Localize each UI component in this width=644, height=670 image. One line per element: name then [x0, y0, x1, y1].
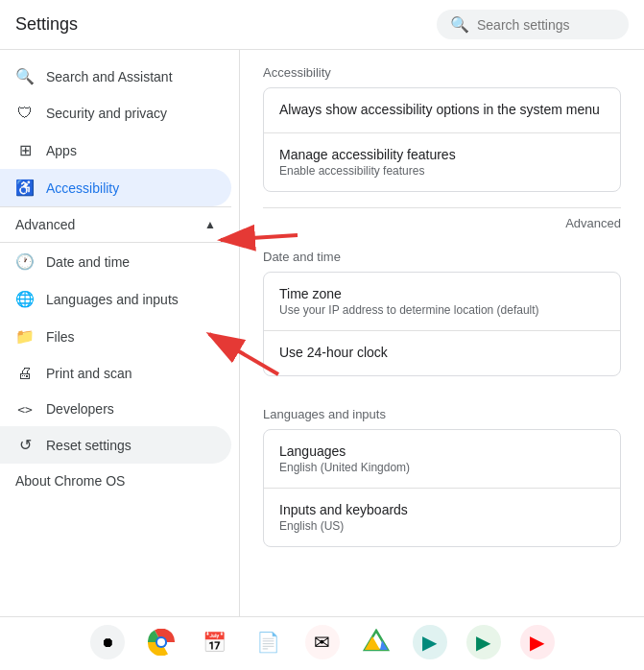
languages-title: Languages: [279, 443, 605, 459]
languages-row[interactable]: Languages English (United Kingdom): [264, 430, 620, 489]
24hr-clock-title: Use 24-hour clock: [279, 345, 605, 360]
advanced-label: Advanced: [15, 217, 75, 232]
sidebar-item-security-privacy[interactable]: 🛡 Security and privacy: [0, 95, 231, 132]
time-zone-sub: Use your IP address to determine locatio…: [279, 303, 605, 317]
inputs-keyboards-row[interactable]: Inputs and keyboards English (US): [264, 489, 620, 546]
sidebar-item-label: About Chrome OS: [15, 473, 125, 489]
sidebar-item-label: Files: [46, 329, 75, 345]
inputs-keyboards-sub: English (US): [279, 519, 605, 533]
languages-card: Languages English (United Kingdom) Input…: [263, 429, 621, 547]
svg-point-3: [157, 638, 165, 646]
advanced-section-header[interactable]: Advanced ▲: [0, 206, 231, 243]
always-show-title: Always show accessibility options in the…: [279, 102, 605, 117]
sidebar-item-languages-inputs[interactable]: 🌐 Languages and inputs: [0, 280, 231, 318]
svg-marker-5: [365, 636, 380, 650]
inputs-keyboards-title: Inputs and keyboards: [279, 502, 605, 517]
accessibility-card: Always show accessibility options in the…: [263, 87, 621, 192]
sidebar-item-label: Reset settings: [46, 438, 131, 453]
sidebar-item-label: Print and scan: [46, 366, 132, 381]
manage-accessibility-title: Manage accessibility features: [279, 147, 605, 162]
folder-icon: 📁: [15, 327, 35, 346]
sidebar-item-developers[interactable]: <> Developers: [0, 392, 231, 426]
search-icon: 🔍: [15, 67, 35, 85]
developers-icon: <>: [15, 402, 35, 417]
taskbar-drive[interactable]: [359, 625, 394, 659]
taskbar-youtube[interactable]: ▶: [520, 625, 555, 659]
sidebar-item-label: Developers: [46, 401, 114, 417]
globe-icon: 🌐: [15, 290, 35, 308]
sidebar-item-reset-settings[interactable]: ↺ Reset settings: [0, 426, 231, 464]
sidebar-item-label: Search and Assistant: [46, 69, 173, 84]
accessibility-section-title: Accessibility: [263, 50, 621, 87]
search-icon: 🔍: [450, 15, 469, 34]
taskbar-chrome[interactable]: [144, 625, 179, 659]
languages-sub: English (United Kingdom): [279, 461, 605, 474]
sidebar-item-label: Accessibility: [46, 180, 119, 196]
search-input[interactable]: [477, 17, 615, 33]
sidebar-item-label: Security and privacy: [46, 106, 167, 121]
sidebar-item-label: Languages and inputs: [46, 292, 179, 307]
advanced-divider: Advanced: [263, 207, 621, 234]
date-time-card: Time zone Use your IP address to determi…: [263, 272, 621, 376]
clock-icon: 🕐: [15, 252, 35, 271]
search-box[interactable]: 🔍: [437, 10, 629, 39]
taskbar: ⏺ 📅 📄 ✉ ▶ ▶ ▶: [0, 616, 644, 667]
sidebar-item-label: Date and time: [46, 254, 130, 270]
sidebar-item-label: Apps: [46, 143, 77, 158]
top-bar: Settings 🔍: [0, 0, 644, 50]
shield-icon: 🛡: [15, 105, 35, 122]
page-title: Settings: [15, 14, 78, 35]
taskbar-docs[interactable]: 📄: [251, 625, 286, 659]
sidebar-item-accessibility[interactable]: ♿ Accessibility: [0, 169, 231, 206]
taskbar-gmail[interactable]: ✉: [305, 625, 340, 659]
apps-icon: ⊞: [15, 141, 35, 159]
sidebar-item-search-and-assistant[interactable]: 🔍 Search and Assistant: [0, 58, 231, 95]
chevron-up-icon: ▲: [204, 218, 216, 231]
accessibility-icon: ♿: [15, 179, 35, 197]
manage-accessibility-sub: Enable accessibility features: [279, 164, 605, 178]
sidebar-item-files[interactable]: 📁 Files: [0, 318, 231, 355]
sidebar: 🔍 Search and Assistant 🛡 Security and pr…: [0, 50, 240, 616]
languages-section-title: Languages and inputs: [263, 392, 621, 429]
taskbar-record[interactable]: ⏺: [90, 625, 125, 659]
sidebar-item-about[interactable]: About Chrome OS: [0, 464, 239, 498]
taskbar-meet[interactable]: ▶: [413, 625, 447, 659]
print-icon: 🖨: [15, 365, 35, 382]
time-zone-title: Time zone: [279, 286, 605, 301]
sidebar-item-apps[interactable]: ⊞ Apps: [0, 132, 231, 169]
time-zone-row[interactable]: Time zone Use your IP address to determi…: [264, 273, 620, 331]
reset-icon: ↺: [15, 436, 35, 454]
manage-accessibility-row[interactable]: Manage accessibility features Enable acc…: [264, 133, 620, 191]
date-time-section-title: Date and time: [263, 234, 621, 272]
sidebar-item-date-time[interactable]: 🕐 Date and time: [0, 243, 231, 280]
sidebar-item-print-scan[interactable]: 🖨 Print and scan: [0, 355, 231, 392]
always-show-row[interactable]: Always show accessibility options in the…: [264, 88, 620, 133]
taskbar-play[interactable]: ▶: [466, 625, 501, 659]
24hr-clock-row[interactable]: Use 24-hour clock: [264, 331, 620, 375]
taskbar-calendar[interactable]: 📅: [198, 625, 232, 659]
content-area: Accessibility Always show accessibility …: [240, 50, 644, 616]
